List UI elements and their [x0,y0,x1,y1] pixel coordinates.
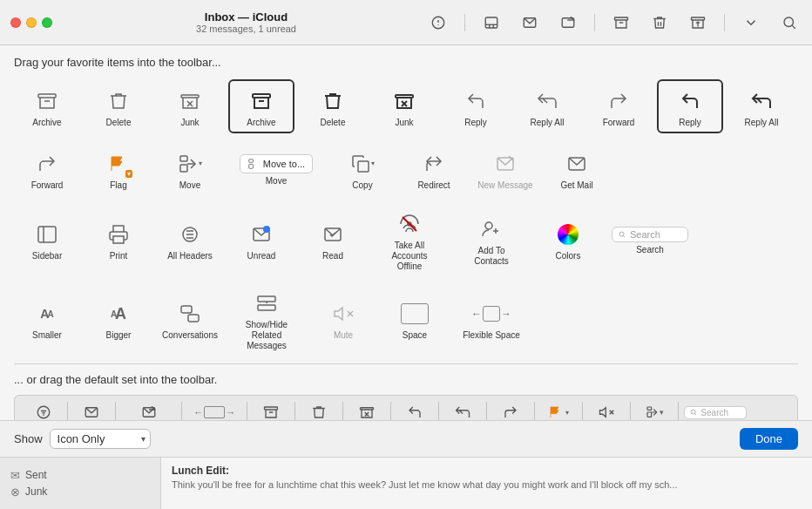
dts-filter[interactable]: Filter [22,399,65,420]
tool-show-hide[interactable]: Show/Hide Related Messages [228,284,305,355]
maximize-button[interactable] [42,17,52,28]
tool-print[interactable]: Print [85,205,152,275]
tool-get-mail[interactable]: Get Mail [544,142,610,196]
dts-mute[interactable]: Mute [585,399,628,420]
archive-toolbar-icon[interactable] [609,10,633,35]
redirect-icon [420,150,448,178]
dts-archive[interactable]: Archive [249,399,293,420]
archive-bold-icon [247,87,275,115]
show-select-wrapper[interactable]: Icon Only Icon and Text Text Only ▾ [50,429,151,449]
tool-unread[interactable]: Unread [228,205,294,275]
tool-sidebar[interactable]: Sidebar [14,205,80,275]
tool-mute[interactable]: Mute [310,284,376,355]
dts-junk[interactable]: Junk [345,399,389,420]
delete-bold-icon [319,87,347,115]
search-mini-bar: Search [612,227,688,242]
show-select[interactable]: Icon Only Icon and Text Text Only [50,429,151,449]
tool-flag[interactable]: ▾ Flag [85,142,152,196]
tool-add-contacts[interactable]: Add To Contacts [453,205,530,275]
dts-sep10 [534,402,535,421]
svg-rect-18 [181,95,199,98]
dts-replyall[interactable]: Reply All [441,399,484,420]
tool-reply-bold[interactable]: Reply [657,79,723,133]
sidebar-icon [33,221,61,248]
dts-flag-icon: ▾ [548,403,569,420]
tool-junk-plain[interactable]: Junk [157,79,223,133]
dts-replyall-icon [455,403,470,420]
tool-reply-all[interactable]: Reply All [514,79,580,133]
tool-forward2[interactable]: Forward [14,142,80,196]
default-toolbar-strip[interactable]: Filter Get Mail New Message ← → Flexi [14,395,798,420]
svg-rect-33 [113,236,124,243]
tool-junk-bold[interactable]: Junk [371,79,437,133]
search-titlebar-icon[interactable] [777,10,802,35]
svg-rect-19 [253,94,270,98]
tool-offline[interactable]: Take All Accounts Offline [371,205,448,275]
compose-icon[interactable] [556,10,580,35]
sidebar-row-junk[interactable]: ⊗ Junk [10,485,150,499]
svg-rect-26 [249,164,254,168]
junk-toolbar-icon[interactable] [686,10,710,35]
dts-sep8 [438,402,439,421]
tool-move[interactable]: ▾ Move [157,142,223,196]
tool-reply-all-bold[interactable]: Reply All [728,79,795,133]
window-title: Inbox — iCloud [205,10,288,24]
tool-bigger[interactable]: A A Bigger [85,284,152,355]
tool-archive-bold[interactable]: Archive [228,79,294,133]
message-preview: Lunch Edit: Think you'll be free for a l… [161,458,812,509]
tool-reply-all-label: Reply All [531,118,565,128]
tool-get-mail-label: Get Mail [560,180,592,191]
dts-sep12 [630,402,631,421]
tool-smaller[interactable]: A A Smaller [14,284,80,355]
done-button[interactable]: Done [740,428,798,450]
dts-flag[interactable]: ▾ Flag [537,399,580,420]
tool-grid-row1: Archive Delete Junk Archive [14,79,798,133]
tool-redirect[interactable]: Redirect [401,142,467,196]
minimize-button[interactable] [26,17,37,28]
tool-forward[interactable]: Forward [585,79,652,133]
tool-copy[interactable]: ▾ Copy [329,142,396,196]
tool-delete-bold[interactable]: Delete [300,79,366,133]
tool-forward-label: Forward [603,118,635,128]
dts-flexspace[interactable]: ← → Flexible Space [184,399,245,420]
inbox-icon[interactable] [479,10,504,35]
print-icon [105,221,132,248]
dts-forward[interactable]: Forward [489,399,532,420]
tool-search[interactable]: Search Search [606,205,694,275]
dts-search[interactable]: Search Search [680,399,750,420]
tool-read[interactable]: Read [300,205,366,275]
dts-newmsg[interactable]: New Message [118,399,179,420]
tool-flex-space[interactable]: ← → Flexible Space [453,284,530,355]
tool-space[interactable]: Space [382,284,448,355]
tool-junk-bold-label: Junk [395,118,413,128]
tool-conversations[interactable]: Conversations [157,284,223,355]
svg-line-47 [623,235,625,237]
delete-toolbar-icon[interactable] [647,10,672,35]
dts-delete[interactable]: Delete [297,399,341,420]
reply-all-icon [533,87,561,115]
close-button[interactable] [10,17,21,28]
note-icon[interactable] [426,10,450,35]
sidebar-row-sent[interactable]: ✉ Sent [10,469,150,482]
tool-delete-plain[interactable]: Delete [85,79,152,133]
dts-getmail[interactable]: Get Mail [70,399,113,420]
tool-archive-plain[interactable]: Archive [14,79,80,133]
flag-icon: ▾ [105,150,132,178]
sidebar-sent-label: Sent [25,469,47,481]
dts-delete-icon [311,403,327,420]
envelope-icon[interactable] [518,10,542,35]
tool-new-message[interactable]: New Message [472,142,538,196]
dts-reply[interactable]: Reply [393,399,436,420]
tool-all-headers[interactable]: All Headers [157,205,223,275]
offline-icon [396,210,423,238]
more-icon[interactable] [739,10,763,35]
svg-point-39 [263,226,270,233]
tool-move-to[interactable]: Move to... Move [228,142,324,196]
tool-reply[interactable]: Reply [443,79,509,133]
dts-newmsg-icon [141,403,157,420]
tool-colors[interactable]: Colors [535,205,601,275]
dts-move[interactable]: ▾ Move [633,399,676,420]
smaller-icon: A A [33,300,61,328]
traffic-lights [10,17,52,28]
dts-forward-icon [503,403,518,420]
